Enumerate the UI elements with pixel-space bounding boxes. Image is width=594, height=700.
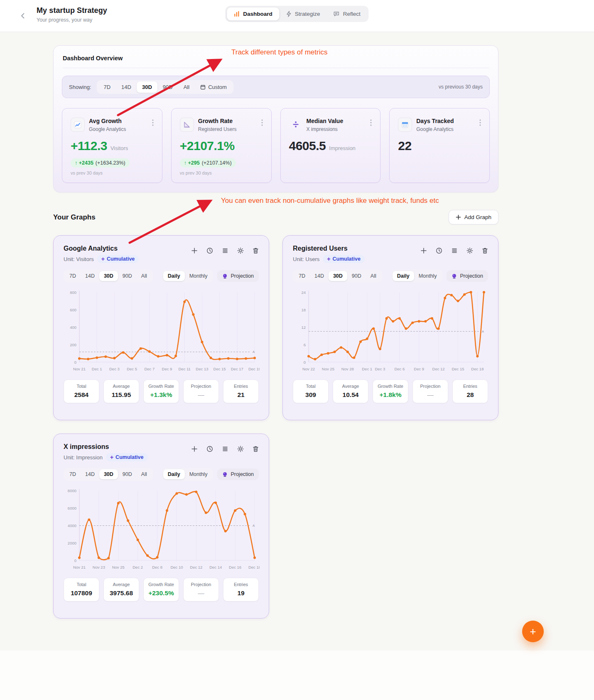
range-7d[interactable]: 7D <box>98 81 116 93</box>
kebab-menu-icon[interactable] <box>368 118 373 128</box>
mode-daily[interactable]: Daily <box>393 271 414 281</box>
range-30d[interactable]: 30D <box>329 271 347 281</box>
trash-icon[interactable] <box>253 446 259 452</box>
range-7d[interactable]: 7D <box>65 469 81 479</box>
mode-monthly[interactable]: Monthly <box>185 271 212 281</box>
graph-unit: Unit: Visitors <box>64 256 94 262</box>
add-entry-icon[interactable] <box>191 446 198 452</box>
mode-daily[interactable]: Daily <box>163 469 185 479</box>
range-14d[interactable]: 14D <box>310 271 329 281</box>
svg-text:18: 18 <box>301 308 306 312</box>
gear-icon[interactable] <box>237 446 244 452</box>
svg-text:Nov 21: Nov 21 <box>73 565 86 569</box>
svg-text:Dec 6: Dec 6 <box>394 367 405 371</box>
range-all[interactable]: All <box>137 271 152 281</box>
trash-icon[interactable] <box>253 247 259 254</box>
metric-value: +112.3 <box>71 139 107 153</box>
rows-icon[interactable] <box>222 446 228 452</box>
stat-average: Average115.95 <box>103 380 139 403</box>
clock-icon[interactable] <box>206 247 213 254</box>
range-7d[interactable]: 7D <box>65 271 81 281</box>
range-all[interactable]: All <box>137 469 152 479</box>
range-30d[interactable]: 30D <box>137 81 157 93</box>
projection-button[interactable]: Projection <box>217 468 259 480</box>
range-14d[interactable]: 14D <box>116 81 137 93</box>
svg-text:Dec 1: Dec 1 <box>362 367 372 371</box>
tab-reflect[interactable]: Reflect <box>327 7 367 20</box>
rows-icon[interactable] <box>222 247 228 254</box>
tab-dashboard[interactable]: Dashboard <box>227 7 279 20</box>
add-entry-icon[interactable] <box>420 247 427 254</box>
kebab-menu-icon[interactable] <box>150 118 155 128</box>
svg-text:Dec 9: Dec 9 <box>162 367 172 371</box>
gear-icon[interactable] <box>466 247 473 254</box>
back-button[interactable] <box>18 11 28 21</box>
metric-value: 22 <box>398 139 411 153</box>
metric-footnote: vs prev 30 days <box>172 168 271 175</box>
svg-text:Dec 12: Dec 12 <box>190 565 202 569</box>
range-all[interactable]: All <box>366 271 381 281</box>
metric-subtitle: Registered Users <box>198 126 237 132</box>
kebab-menu-icon[interactable] <box>478 118 483 128</box>
clock-icon[interactable] <box>206 446 213 452</box>
page-title: My startup Strategy <box>37 6 107 15</box>
range-14d[interactable]: 14D <box>81 469 99 479</box>
cumulative-badge[interactable]: +Cumulative <box>323 255 365 263</box>
crystal-ball-icon <box>222 274 228 279</box>
metric-title: Days Tracked <box>416 118 454 124</box>
annotation-non-cumulative: You can even track non-cumulative graphs… <box>221 197 439 205</box>
line-chart[interactable]: 02000400060008000ANov 21Nov 23Nov 25Dec … <box>64 485 260 573</box>
svg-text:Dec 5: Dec 5 <box>127 367 137 371</box>
metric-unit: Visitors <box>110 145 128 151</box>
mode-daily[interactable]: Daily <box>163 271 185 281</box>
tab-strategize[interactable]: Strategize <box>279 7 327 20</box>
trash-icon[interactable] <box>482 247 488 254</box>
projection-button[interactable]: Projection <box>217 270 259 282</box>
add-graph-button[interactable]: Add Graph <box>449 210 498 224</box>
mode-monthly[interactable]: Monthly <box>185 469 212 479</box>
range-90d[interactable]: 90D <box>347 271 366 281</box>
range-all[interactable]: All <box>178 81 195 93</box>
clock-icon[interactable] <box>436 247 442 254</box>
tab-label: Dashboard <box>243 11 272 17</box>
svg-text:0: 0 <box>74 360 76 365</box>
crystal-ball-icon <box>452 274 457 279</box>
range-30d[interactable]: 30D <box>99 271 118 281</box>
svg-text:Dec 17: Dec 17 <box>231 367 243 371</box>
cumulative-badge[interactable]: +Cumulative <box>97 255 139 263</box>
kebab-menu-icon[interactable] <box>260 118 265 128</box>
svg-text:Dec 15: Dec 15 <box>452 367 464 371</box>
cumulative-badge[interactable]: +Cumulative <box>106 453 148 461</box>
gear-icon[interactable] <box>237 247 244 254</box>
range-90d[interactable]: 90D <box>118 271 137 281</box>
svg-text:Dec 9: Dec 9 <box>414 367 424 371</box>
svg-text:Dec 19: Dec 19 <box>248 367 260 371</box>
graph-stats-row: Total2584 Average115.95 Growth Rate+1.3k… <box>64 380 259 403</box>
line-chart[interactable]: 0200400600800ANov 21Dec 1Dec 3Dec 5Dec 7… <box>64 286 260 375</box>
range-7d[interactable]: 7D <box>294 271 310 281</box>
svg-text:Dec 2: Dec 2 <box>133 565 143 569</box>
stat-total: Total2584 <box>64 380 99 403</box>
range-90d[interactable]: 90D <box>157 81 178 93</box>
range-90d[interactable]: 90D <box>118 469 137 479</box>
svg-text:Dec 10: Dec 10 <box>170 565 183 569</box>
svg-text:Dec 8: Dec 8 <box>152 565 162 569</box>
range-30d[interactable]: 30D <box>99 469 118 479</box>
svg-text:6000: 6000 <box>68 506 76 510</box>
projection-button[interactable]: Projection <box>447 270 488 282</box>
svg-text:Nov 21: Nov 21 <box>73 367 86 371</box>
svg-text:6: 6 <box>304 343 306 347</box>
stat-projection: Projection— <box>183 578 219 601</box>
range-14d[interactable]: 14D <box>81 271 99 281</box>
metric-subtitle: Google Analytics <box>89 126 126 132</box>
fab-add-button[interactable]: + <box>522 621 544 642</box>
add-entry-icon[interactable] <box>191 247 198 254</box>
metric-title: Avg Growth <box>89 118 126 124</box>
rows-icon[interactable] <box>451 247 458 254</box>
graph-unit: Unit: Impression <box>64 454 103 461</box>
range-custom[interactable]: Custom <box>195 81 232 93</box>
svg-text:Dec 12: Dec 12 <box>432 367 445 371</box>
mode-monthly[interactable]: Monthly <box>414 271 442 281</box>
metric-title: Growth Rate <box>198 118 237 124</box>
line-chart[interactable]: 06121824ANov 22Nov 25Nov 28Dec 1Dec 3Dec… <box>293 286 489 375</box>
